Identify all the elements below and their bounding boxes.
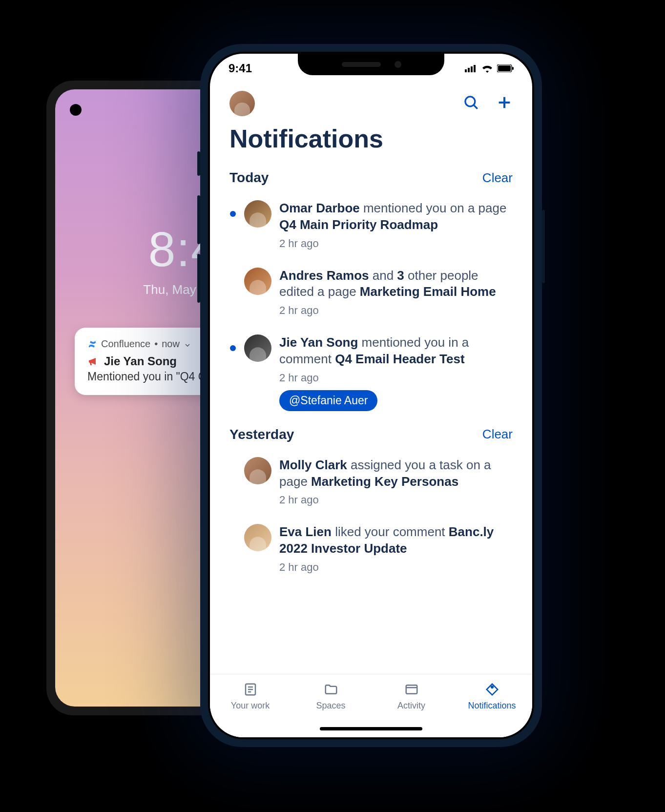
bullet-separator: • (154, 338, 158, 350)
svg-point-7 (465, 97, 475, 106)
avatar (244, 457, 271, 484)
notification-text: Omar Darboe mentioned you on a page Q4 M… (279, 200, 513, 233)
notification-item[interactable]: Jie Yan Song mentioned you in a comment … (229, 328, 513, 422)
android-notif-time: now (162, 338, 180, 350)
iphone-mute-switch (197, 151, 200, 176)
svg-rect-0 (465, 69, 467, 72)
app-header (210, 83, 532, 121)
today-list: Omar Darboe mentioned you on a page Q4 M… (210, 193, 532, 422)
profile-avatar[interactable] (229, 91, 255, 116)
tab-label: Notifications (468, 701, 516, 711)
section-label-today: Today (229, 170, 269, 186)
avatar (244, 334, 271, 362)
iphone-volume-up (197, 195, 200, 244)
document-icon (242, 681, 259, 698)
window-icon (403, 681, 420, 698)
tab-activity[interactable]: Activity (371, 681, 452, 711)
notification-item[interactable]: Omar Darboe mentioned you on a page Q4 M… (229, 193, 513, 261)
avatar (244, 524, 271, 551)
actor-name: Eva Lien (279, 524, 332, 539)
cellular-signal-icon (465, 64, 478, 72)
android-notif-app: Confluence (101, 338, 150, 350)
clear-yesterday-button[interactable]: Clear (482, 427, 513, 442)
notification-text: Molly Clark assigned you a task on a pag… (279, 457, 513, 490)
notification-time: 2 hr ago (279, 237, 513, 250)
actor-name: Omar Darboe (279, 201, 360, 215)
tab-spaces[interactable]: Spaces (291, 681, 371, 711)
bottom-tab-bar: Your work Spaces Activity (210, 674, 532, 737)
svg-rect-9 (406, 685, 417, 694)
notification-time: 2 hr ago (279, 372, 513, 384)
section-label-yesterday: Yesterday (229, 427, 294, 442)
notification-item[interactable]: Eva Lien liked your comment Banc.ly 2022… (229, 517, 513, 584)
folder-icon (323, 681, 339, 698)
notification-text: Andres Ramos and 3 other people edited a… (279, 268, 513, 301)
wifi-icon (481, 64, 493, 73)
notification-time: 2 hr ago (279, 494, 513, 506)
status-time: 9:41 (229, 62, 252, 75)
page-title: Notifications (210, 121, 532, 165)
tab-your-work[interactable]: Your work (210, 681, 291, 711)
tab-label: Your work (231, 701, 270, 711)
tab-label: Spaces (316, 701, 345, 711)
tab-notifications[interactable]: Notifications (452, 681, 532, 711)
actor-name: Jie Yan Song (279, 335, 358, 350)
iphone-side-button (542, 210, 545, 283)
notification-text: Eva Lien liked your comment Banc.ly 2022… (279, 524, 513, 557)
mention-pill[interactable]: @Stefanie Auer (279, 390, 377, 411)
iphone-volume-down (197, 254, 200, 303)
svg-point-10 (491, 686, 493, 688)
actor-name: Molly Clark (279, 458, 347, 472)
target-name: Q4 Main Priority Roadmap (279, 217, 438, 232)
actor-name: Andres Ramos (279, 268, 369, 283)
iphone-screen: 9:41 (210, 54, 532, 737)
yesterday-list: Molly Clark assigned you a task on a pag… (210, 450, 532, 584)
svg-rect-6 (512, 67, 514, 70)
battery-icon (497, 64, 514, 72)
target-name: Q4 Email Header Test (335, 352, 464, 366)
iphone-frame: 9:41 (200, 44, 542, 747)
svg-rect-5 (498, 65, 511, 71)
create-icon[interactable] (496, 94, 513, 113)
chevron-down-icon[interactable] (184, 340, 191, 348)
android-notif-title: Jie Yan Song (104, 354, 177, 368)
tag-icon (484, 681, 500, 698)
clear-today-button[interactable]: Clear (482, 170, 513, 186)
search-icon[interactable] (463, 94, 479, 113)
svg-rect-1 (468, 68, 470, 72)
confluence-icon (87, 339, 97, 349)
unread-dot-icon (230, 345, 236, 351)
iphone-notch (298, 54, 444, 75)
notification-text: Jie Yan Song mentioned you in a comment … (279, 334, 513, 368)
svg-rect-3 (474, 65, 476, 72)
notification-item[interactable]: Andres Ramos and 3 other people edited a… (229, 261, 513, 328)
section-head-yesterday: Yesterday Clear (210, 422, 532, 450)
tab-label: Activity (397, 701, 425, 711)
notification-time: 2 hr ago (279, 561, 513, 574)
home-indicator[interactable] (320, 727, 422, 730)
svg-rect-2 (471, 66, 473, 72)
notification-item[interactable]: Molly Clark assigned you a task on a pag… (229, 450, 513, 518)
avatar (244, 268, 271, 295)
section-head-today: Today Clear (210, 165, 532, 193)
unread-dot-icon (230, 211, 236, 217)
avatar (244, 200, 271, 228)
megaphone-icon (87, 355, 99, 367)
target-name: Marketing Email Home (360, 284, 496, 299)
target-name: Marketing Key Personas (311, 474, 458, 489)
android-camera-hole (70, 104, 82, 116)
notification-time: 2 hr ago (279, 304, 513, 317)
